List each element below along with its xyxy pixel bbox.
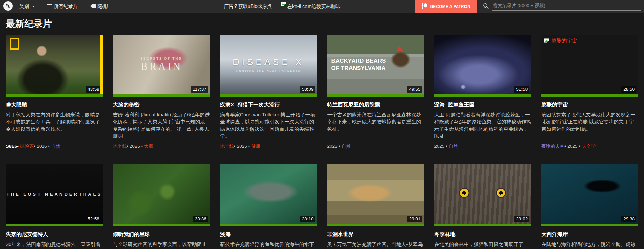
doc-description: 30年来，法国南部的曼德林洞穴一直吸引着考古学家的注意。该洞穴在史前时期经常被占… bbox=[6, 241, 103, 249]
doc-thumbnail[interactable]: SECRETS OF THE BRAIN 117:37 bbox=[113, 35, 210, 97]
nav-all-documentaries[interactable]: 所有纪录片 bbox=[47, 3, 78, 10]
broken-image: 膨胀的宇宙 bbox=[544, 38, 577, 45]
progress-bar bbox=[434, 224, 531, 226]
card-grid: 43:58 睁大眼睛 对于包括人类在内的许多生物来说，眼睛是不可或缺的生存工具。… bbox=[0, 35, 644, 249]
search-input[interactable] bbox=[492, 2, 641, 11]
doc-description: 大卫·阿滕伯勒看着海洋深处讨论腔棘鱼，一种隐藏了4亿年的原始鱼类。它的神秘动作揭… bbox=[434, 111, 531, 140]
doc-thumbnail[interactable]: BACKYARD BEARS OF TRANSYLVANIA 49:55 bbox=[327, 35, 424, 97]
progress-bar bbox=[220, 94, 317, 97]
nav-all-documentaries-label: 所有纪录片 bbox=[54, 3, 78, 10]
doc-thumbnail[interactable]: 51:58 bbox=[434, 35, 531, 97]
doc-title-link[interactable]: 浅海 bbox=[220, 231, 317, 238]
kofi-link[interactable]: 在ko-fi.com给我买杯咖啡 bbox=[281, 3, 340, 10]
doc-title-link[interactable]: 冬季林地 bbox=[434, 231, 531, 238]
nav-random[interactable]: 随机! bbox=[90, 3, 108, 10]
doc-card: SECRETS OF THE BRAIN 117:37 大脑的秘密 吉姆·哈利利… bbox=[113, 35, 210, 149]
doc-card: 28:10 浅海 新技术在充满轻浮的鱼和优雅的海牛的水下圆形剧场中揭示了流行音乐… bbox=[220, 164, 317, 249]
duration-badge: 58:09 bbox=[300, 86, 315, 93]
thumbnail-text: DISEASE X HUNTING THE NEXT PANDEMIC bbox=[220, 35, 317, 94]
duration-badge: 29:38 bbox=[621, 216, 636, 222]
meta-link[interactable]: 探险家 bbox=[20, 144, 34, 149]
ublock-ad-link[interactable]: 广告？获取uBlock原点 bbox=[224, 3, 272, 10]
ublock-ad-bold: 广告？ bbox=[224, 3, 238, 9]
meta-link[interactable]: 夜晚的天空 bbox=[541, 144, 564, 149]
progress-bar bbox=[220, 224, 317, 226]
doc-description: 吉姆·哈利利 (Jim al-khalili) 经历了6亿年的进化历程，揭示了人… bbox=[113, 111, 210, 140]
duration-badge: 33:36 bbox=[193, 216, 208, 222]
duration-badge: 43:58 bbox=[86, 86, 101, 93]
nav-categories[interactable]: 类别 bbox=[19, 3, 35, 10]
doc-thumbnail[interactable]: 膨胀的宇宙 28:50 bbox=[541, 35, 638, 97]
doc-card: THE LOST NEANDERTHALS 52:58 失落的尼安德特人 30年… bbox=[6, 164, 103, 249]
chevron-down-icon bbox=[32, 6, 35, 9]
meta-link[interactable]: 大脑 bbox=[144, 144, 153, 149]
meta-link[interactable]: 天文学 bbox=[582, 144, 596, 149]
patreon-icon bbox=[422, 3, 427, 9]
doc-meta: 地平线• 2025 • 健康 bbox=[220, 140, 317, 149]
ublock-ad-text: 获取uBlock原点 bbox=[238, 3, 272, 9]
doc-title-link[interactable]: 倾听我们的星球 bbox=[113, 231, 210, 238]
doc-title-link[interactable]: 特兰西瓦尼亚的后院熊 bbox=[327, 101, 424, 108]
meta-link[interactable]: 自然 bbox=[342, 144, 351, 149]
doc-card: 43:58 睁大眼睛 对于包括人类在内的许多生物来说，眼睛是不可或缺的生存工具。… bbox=[6, 35, 103, 149]
doc-meta: 2025 • 自然 bbox=[434, 140, 531, 149]
doc-description: 在陆地与海洋相遇的地方，跳岩企鹅、虎鲸和海象找到了令人难以置信的方法来打破混乱。 bbox=[541, 241, 638, 249]
doc-description: 奥卡万戈三角洲充满了声音。当地人-从翠鸟到河马-适应水上和水下的生活以生存。 bbox=[327, 241, 424, 249]
doc-card: 29:01 非洲水世界 奥卡万戈三角洲充满了声音。当地人-从翠鸟到河马-适应水上… bbox=[327, 164, 424, 249]
meta-link[interactable]: 地平线 bbox=[220, 144, 234, 149]
doc-title-link[interactable]: 疾病X: 狩猎下一次大流行 bbox=[220, 101, 317, 108]
navbar-right: 广告？获取uBlock原点 在ko-fi.com给我买杯咖啡 BECOME A … bbox=[224, 0, 644, 13]
doc-title-link[interactable]: 睁大眼睛 bbox=[6, 101, 103, 108]
doc-thumbnail[interactable]: 43:58 bbox=[6, 35, 103, 97]
list-icon bbox=[47, 4, 52, 9]
doc-thumbnail[interactable]: 29:38 bbox=[541, 164, 638, 226]
doc-thumbnail[interactable]: 28:10 bbox=[220, 164, 317, 226]
duration-badge: 51:58 bbox=[514, 86, 529, 93]
doc-title-link[interactable]: 膨胀的宇宙 bbox=[541, 101, 638, 108]
doc-title-link[interactable]: 深海: 腔棘鱼王国 bbox=[434, 101, 531, 108]
meta-text: 2025 • bbox=[434, 144, 448, 149]
meta-text: 2023 • bbox=[327, 144, 342, 149]
meta-text: • 2016 • bbox=[34, 144, 51, 149]
doc-title-link[interactable]: 大脑的秘密 bbox=[113, 101, 210, 108]
top-navbar: 类别 所有纪录片 随机! 广告？获取uBlock原点 bbox=[0, 0, 644, 13]
doc-thumbnail[interactable]: THE LOST NEANDERTHALS 52:58 bbox=[6, 164, 103, 226]
image-alt-text: 膨胀的宇宙 bbox=[551, 38, 577, 43]
duration-badge: 49:55 bbox=[407, 86, 423, 93]
duration-badge: 29:02 bbox=[514, 216, 529, 222]
progress-bar bbox=[113, 224, 210, 226]
site-logo[interactable] bbox=[3, 1, 13, 12]
doc-thumbnail[interactable]: DISEASE X HUNTING THE NEXT PANDEMIC 58:0… bbox=[220, 35, 317, 97]
doc-meta: S8E6• 探险家• 2016 • 自然 bbox=[6, 140, 103, 149]
meta-link[interactable]: 自然 bbox=[51, 144, 60, 149]
thumbnail-text-main: BRAIN bbox=[141, 60, 182, 73]
progress-bar bbox=[327, 94, 424, 97]
doc-thumbnail[interactable]: 29:01 bbox=[327, 164, 424, 226]
doc-thumbnail[interactable]: 33:36 bbox=[113, 164, 210, 226]
doc-card: BACKYARD BEARS OF TRANSYLVANIA 49:55 特兰西… bbox=[327, 35, 424, 149]
doc-description: 新技术在充满轻浮的鱼和优雅的海牛的水下圆形剧场中揭示了流行音乐和吱吱作响的交响乐… bbox=[220, 241, 317, 249]
doc-card: 29:02 冬季林地 在北美的森林中，狐狸和田鼠之间展开了一场白雪皑皑的捉迷藏游… bbox=[434, 164, 531, 249]
doc-description: 该团队探索了现代天文学最伟大的发现之一--我们的宇宙正在膨胀-以及它提出的关于宇… bbox=[541, 111, 638, 133]
doc-title-link[interactable]: 大西洋海岸 bbox=[541, 231, 638, 238]
progress-bar bbox=[434, 94, 531, 97]
thumbnail-text: THE LOST NEANDERTHALS bbox=[6, 164, 103, 224]
meta-link[interactable]: 健康 bbox=[251, 144, 260, 149]
broken-image-icon bbox=[281, 3, 286, 10]
doc-description: 病毒学家Chris van Tulleken博士开始了一项全球调查，以寻找可能引… bbox=[220, 111, 317, 140]
thumbnail-text-top: SECRETS OF THE bbox=[141, 57, 182, 60]
doc-card: DISEASE X HUNTING THE NEXT PANDEMIC 58:0… bbox=[220, 35, 317, 149]
search-bar bbox=[483, 2, 641, 11]
meta-link[interactable]: 地平线 bbox=[113, 144, 127, 149]
meta-link[interactable]: 自然 bbox=[449, 144, 458, 149]
progress-bar bbox=[6, 94, 103, 97]
doc-thumbnail[interactable]: 29:02 bbox=[434, 164, 531, 226]
doc-title-link[interactable]: 失落的尼安德特人 bbox=[6, 231, 103, 238]
doc-title-link[interactable]: 非洲水世界 bbox=[327, 231, 424, 238]
thumbnail-text-main: BACKYARD BEARS OF TRANSYLVANIA bbox=[331, 58, 386, 72]
thumbnail-text: SECRETS OF THE BRAIN bbox=[113, 35, 210, 94]
progress-bar bbox=[541, 224, 638, 226]
meta-text: • 2025 • bbox=[564, 144, 582, 149]
become-a-patron-button[interactable]: BECOME A PATRON bbox=[415, 0, 477, 13]
thumbnail-text-main: DISEASE X bbox=[233, 57, 304, 68]
